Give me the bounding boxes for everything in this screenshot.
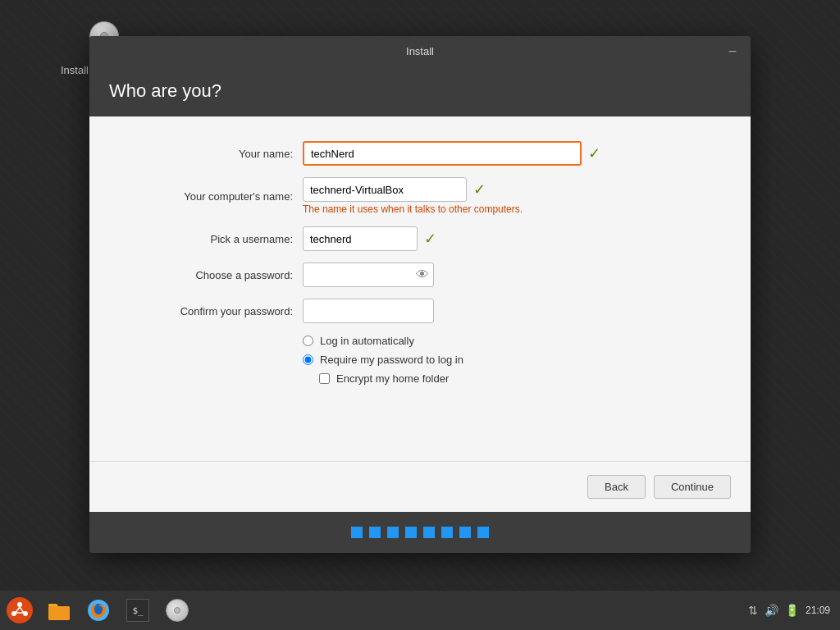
- install-cd-icon: [166, 599, 189, 622]
- firefox-icon: [87, 599, 110, 622]
- auto-login-radio[interactable]: [303, 336, 313, 346]
- password-input-wrap: 👁: [303, 262, 434, 287]
- password-input[interactable]: [303, 262, 434, 287]
- folder-icon: [48, 600, 71, 621]
- password-login-radio[interactable]: [303, 354, 313, 365]
- clock[interactable]: 21:09: [806, 605, 830, 616]
- your-name-input-wrap: ✓: [303, 141, 600, 166]
- computer-name-check-icon: ✓: [473, 180, 486, 199]
- progress-dot-3: [387, 527, 399, 538]
- progress-dot-2: [369, 527, 381, 538]
- username-input-wrap: ✓: [303, 226, 436, 251]
- computer-name-input[interactable]: [303, 177, 467, 202]
- your-name-check-icon: ✓: [588, 144, 600, 162]
- taskbar-terminal-button[interactable]: $_: [118, 591, 158, 630]
- back-button[interactable]: Back: [587, 475, 646, 499]
- computer-name-wrap: ✓ The name it uses when it talks to othe…: [303, 177, 523, 215]
- close-button[interactable]: –: [723, 41, 742, 61]
- svg-point-1: [17, 602, 22, 607]
- password-label: Choose a password:: [122, 269, 303, 281]
- encrypt-checkbox[interactable]: [319, 373, 330, 384]
- password-login-label[interactable]: Require my password to log in: [320, 354, 463, 366]
- dialog-header: Who are you?: [89, 66, 751, 116]
- password-eye-icon[interactable]: 👁: [416, 267, 429, 282]
- progress-dot-1: [351, 527, 363, 538]
- computer-name-hint: The name it uses when it talks to other …: [303, 203, 523, 215]
- confirm-password-input[interactable]: [303, 299, 434, 323]
- password-login-option: Require my password to log in: [303, 354, 718, 366]
- taskbar-firefox-button[interactable]: [79, 591, 118, 630]
- confirm-password-label: Confirm your password:: [122, 305, 303, 317]
- auto-login-label[interactable]: Log in automatically: [320, 335, 414, 347]
- taskbar-right: ⇅ 🔊 🔋 21:09: [748, 604, 840, 617]
- confirm-password-row: Confirm your password:: [122, 299, 718, 323]
- computer-name-input-wrap: ✓ The name it uses when it talks to othe…: [303, 177, 523, 215]
- auto-login-option: Log in automatically: [303, 335, 718, 347]
- password-field-wrap: 👁: [303, 262, 434, 287]
- taskbar-install-button[interactable]: [158, 591, 197, 630]
- taskbar-files-button[interactable]: [39, 591, 79, 630]
- password-row: Choose a password: 👁: [122, 262, 718, 287]
- network-icon[interactable]: ⇅: [748, 604, 758, 617]
- volume-icon[interactable]: 🔊: [765, 604, 778, 617]
- taskbar-ubuntu-button[interactable]: [0, 591, 39, 630]
- your-name-input[interactable]: [303, 141, 582, 166]
- continue-button[interactable]: Continue: [654, 475, 731, 499]
- username-input[interactable]: [303, 226, 418, 251]
- progress-dot-4: [405, 527, 417, 538]
- terminal-icon: $_: [126, 599, 149, 622]
- progress-dot-5: [423, 527, 435, 538]
- ubuntu-logo: [7, 597, 33, 623]
- progress-dot-8: [477, 527, 489, 538]
- encrypt-option: Encrypt my home folder: [319, 372, 718, 385]
- progress-dots: [89, 512, 751, 553]
- encrypt-label[interactable]: Encrypt my home folder: [336, 372, 449, 385]
- dialog-form: Your name: ✓ Your computer's name: ✓ The…: [89, 116, 751, 461]
- username-label: Pick a username:: [122, 233, 303, 245]
- page-title: Who are you?: [109, 80, 731, 102]
- your-name-label: Your name:: [122, 148, 303, 160]
- taskbar: $_ ⇅ 🔊 🔋 21:09: [0, 591, 840, 630]
- dialog-titlebar: Install –: [89, 36, 751, 66]
- battery-icon[interactable]: 🔋: [785, 604, 799, 617]
- username-check-icon: ✓: [424, 230, 436, 248]
- your-name-row: Your name: ✓: [122, 141, 718, 166]
- install-label: Install: [61, 64, 89, 76]
- progress-dot-6: [441, 527, 453, 538]
- username-row: Pick a username: ✓: [122, 226, 718, 251]
- svg-rect-5: [48, 606, 70, 620]
- computer-name-row: Your computer's name: ✓ The name it uses…: [122, 177, 718, 215]
- computer-name-label: Your computer's name:: [122, 190, 303, 203]
- confirm-password-input-wrap: [303, 299, 434, 323]
- dialog-footer: Back Continue: [89, 461, 751, 512]
- dialog-title: Install: [406, 45, 434, 57]
- login-options: Log in automatically Require my password…: [303, 335, 718, 385]
- progress-dot-7: [459, 527, 471, 538]
- install-dialog: Install – Who are you? Your name: ✓ Your…: [89, 36, 751, 553]
